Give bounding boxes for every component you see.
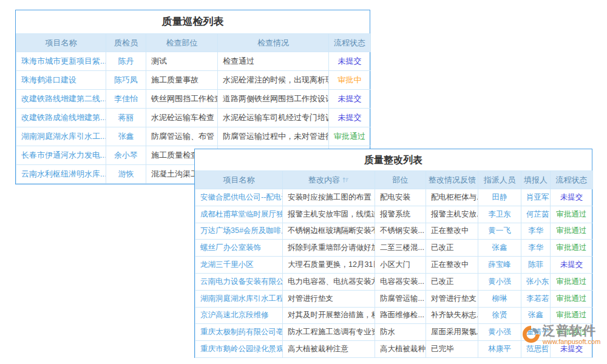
cell-status: 未提交 (551, 189, 593, 206)
cell-content: 大理石质量更换，12月31日之... (283, 257, 375, 274)
cell-feedback: 已改正 (426, 273, 478, 290)
cell-assignee[interactable]: 黄小强 (478, 273, 521, 290)
column-header-content[interactable]: 整改内容 (283, 171, 375, 189)
cell-part: 小区大门 (375, 257, 426, 274)
cell-feedback: 补齐缺失标志... (426, 307, 478, 324)
cell-part: 电容器安装... (375, 273, 426, 290)
cell-assignee[interactable]: 薛宝峰 (478, 257, 521, 274)
cell-part: 路面维修检... (375, 307, 426, 324)
cell-project[interactable]: 成都杜甫草堂临时展厅独立展... (195, 206, 283, 223)
column-label: 整改情况反馈 (429, 175, 476, 184)
cell-project[interactable]: 重庆太极制药有限公司亳州中... (195, 324, 283, 341)
inspection-header-row: 项目名称质检员检查部位检查情况流程状态 (16, 34, 371, 52)
cell-assignee[interactable]: 田静 (478, 189, 521, 206)
column-header-project: 项目名称 (16, 34, 106, 52)
cell-status: 审批通过 (551, 240, 593, 257)
cell-situation: 水泥砼灌注的时候，出现离析现象 (218, 71, 329, 90)
cell-reporter[interactable]: 李若若 (521, 290, 551, 307)
cell-part: 防腐管运输... (375, 290, 426, 307)
table-row: 云南电力设备安装有限公司20...电力电容器、电抗器安装方案,...电容器安装.… (195, 273, 593, 290)
cell-project[interactable]: 珠海市城市更新项目紫... (16, 52, 106, 71)
column-label: 整改内容 (308, 175, 340, 184)
cell-project[interactable]: 重庆市鹅岭公园绿化景观提升... (195, 341, 283, 358)
cell-part: 二至三楼混... (375, 240, 426, 257)
cell-project[interactable]: 湖南洞庭湖水库引水工... (16, 127, 106, 146)
column-header-feedback: 整改情况反馈 (426, 171, 478, 189)
table-row: 湖南洞庭湖水库引水工...张鑫防腐管运输、布管防腐管运输过程中，未对管进行...… (16, 127, 371, 146)
cell-part: 不锈钢安装... (375, 223, 426, 240)
column-label: 流程状态 (334, 38, 365, 47)
cell-assignee[interactable]: 黄一飞 (478, 223, 521, 240)
cell-assignee[interactable]: 张鑫 (478, 240, 521, 257)
cell-feedback: 已完毕 (426, 341, 478, 358)
cell-status: 未提交 (551, 257, 593, 274)
cell-content: 拆除到承重墙部分请做好加固... (283, 240, 375, 257)
cell-situation: 检查通过 (218, 52, 329, 71)
cell-status: 审批通过 (329, 127, 371, 146)
cell-status: 审批通过 (551, 206, 593, 223)
table-row: 成都杜甫草堂临时展厅独立展...报警主机安放牢固，线缆连接...报警系统报警主机… (195, 206, 593, 223)
cell-assignee[interactable]: 柳琳 (478, 290, 521, 307)
column-label: 检查部位 (166, 38, 198, 47)
cell-reporter[interactable]: 李华 (521, 240, 551, 257)
cell-content: 安装时应按施工图的布置，将... (283, 189, 375, 206)
cell-project[interactable]: 改建铁路成渝线增建第... (16, 109, 106, 127)
cell-project[interactable]: 云南水利枢纽潜明水库... (16, 165, 106, 184)
cell-project[interactable]: 云南电力设备安装有限公司20... (195, 273, 283, 290)
inspection-list-title: 质量巡检列表 (16, 10, 370, 33)
watermark-brand-name: 泛普软件 (543, 323, 600, 338)
cell-situation: 水泥砼运输车司机经过专门培训... (218, 109, 329, 127)
column-label: 质检员 (114, 38, 138, 47)
cell-inspector[interactable]: 余小琴 (106, 146, 146, 165)
cell-part: 铁丝网围挡工作检查 (146, 90, 218, 109)
cell-reporter[interactable]: 张鑫 (521, 307, 551, 324)
cell-part: 施工质量事故 (146, 71, 218, 90)
table-row: 京沪高速北京段维修对其及时开展整治措施，桥头...路面维修检...补齐缺失标志.… (195, 307, 593, 324)
cell-project[interactable]: 珠海鹤港口建设 (16, 71, 106, 90)
cell-status: 审批中 (329, 71, 371, 90)
cell-inspector[interactable]: 游恢 (106, 165, 146, 184)
cell-project[interactable]: 螺丝厂办公室装饰 (195, 240, 283, 257)
cell-content: 电力电容器、电抗器安装方案,... (283, 273, 375, 290)
cell-reporter[interactable]: 李华 (521, 223, 551, 240)
cell-reporter[interactable]: 何芷茵 (521, 206, 551, 223)
cell-project[interactable]: 长春市伊通河水力发电... (16, 146, 106, 165)
sort-icon[interactable] (342, 177, 349, 183)
cell-feedback: 屋面采用聚氯... (426, 324, 478, 341)
column-header-status: 流程状态 (551, 171, 593, 189)
cell-project[interactable]: 安徽合肥供电公司--配电设备... (195, 189, 283, 206)
cell-assignee[interactable]: 徐贤 (478, 307, 521, 324)
cell-inspector[interactable]: 张鑫 (106, 127, 146, 146)
cell-status: 审批通过 (551, 307, 593, 324)
cell-inspector[interactable]: 李佳怡 (106, 90, 146, 109)
column-header-assignee: 指派人员 (478, 171, 521, 189)
watermark-brand-url: www.fanpusoft.com (543, 338, 600, 346)
cell-project[interactable]: 龙湖三千里小区 (195, 257, 283, 274)
cell-inspector[interactable]: 陈巧凤 (106, 71, 146, 90)
cell-content: 报警主机安放牢固，线缆连接... (283, 206, 375, 223)
cell-inspector[interactable]: 陈丹 (106, 52, 146, 71)
cell-project[interactable]: 改建铁路线增建第二线... (16, 90, 106, 109)
cell-content: 对其及时开展整治措施，桥头... (283, 307, 375, 324)
cell-inspector[interactable]: 蒋丽 (106, 109, 146, 127)
cell-status: 未提交 (329, 90, 371, 109)
cell-reporter[interactable]: 陈菲 (521, 257, 551, 274)
cell-reporter[interactable]: 张小东 (521, 273, 551, 290)
table-row: 万达广场35#会所及咖啡厅空...不锈钢边框玻璃隔断安装不牢...不锈钢安装..… (195, 223, 593, 240)
cell-content: 防水工程施工选调有专业资质... (283, 324, 375, 341)
cell-assignee[interactable]: 林康平 (478, 341, 521, 358)
cell-part: 防水 (375, 324, 426, 341)
column-header-situation: 检查情况 (218, 34, 329, 52)
column-label: 流程状态 (556, 175, 588, 184)
cell-content: 对管进行垫支 (283, 290, 375, 307)
cell-assignee[interactable]: 李卫东 (478, 206, 521, 223)
table-row: 螺丝厂办公室装饰拆除到承重墙部分请做好加固...二至三楼混...已改正张鑫李华审… (195, 240, 593, 257)
cell-part: 报警系统 (375, 206, 426, 223)
cell-project[interactable]: 万达广场35#会所及咖啡厅空... (195, 223, 283, 240)
cell-project[interactable]: 湖南洞庭湖水库引水工程施工I标 (195, 290, 283, 307)
cell-project[interactable]: 京沪高速北京段维修 (195, 307, 283, 324)
cell-content: 不锈钢边框玻璃隔断安装不牢... (283, 223, 375, 240)
cell-assignee[interactable]: 黄小强 (478, 324, 521, 341)
cell-reporter[interactable]: 肖亚军 (521, 189, 551, 206)
column-header-part: 部位 (375, 171, 426, 189)
